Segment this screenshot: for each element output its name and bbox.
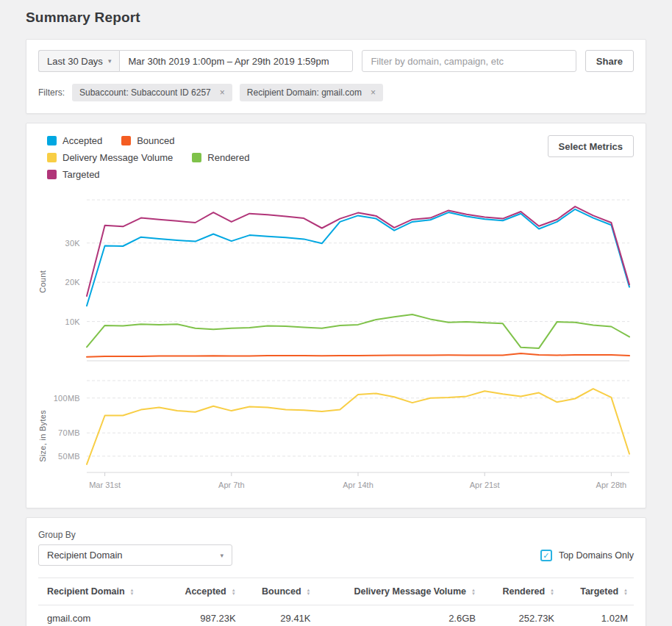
date-preset-label: Last 30 Days [47,56,103,67]
group-by-table-panel: Group By Recipient Domain ▾ ✓ Top Domain… [26,517,646,626]
top-domains-only-label: Top Domains Only [559,550,634,561]
legend-item-delivery-message-volume: Delivery Message Volume [47,152,173,163]
legend-swatch-icon [47,153,57,162]
summary-report-page: Summary Report Last 30 Days ▾ Share Filt… [0,0,672,626]
legend-swatch-icon [192,153,201,162]
table-cell: 252.73K [482,605,560,626]
count-axis-label: Count [38,270,50,293]
column-header-targeted[interactable]: Targeted▲▼ [560,578,634,605]
select-metrics-button[interactable]: Select Metrics [548,135,634,157]
group-by-select[interactable]: Recipient Domain ▾ [38,544,232,566]
top-domains-only-toggle[interactable]: ✓ Top Domains Only [540,550,634,566]
table-cell: 2.6GB [317,605,482,626]
toolbar-panel: Last 30 Days ▾ Share Filters: Subaccount… [26,39,646,114]
size-axis-label: Size, in Bytes [38,410,50,462]
sort-icon[interactable]: ▲▼ [550,589,554,596]
sort-icon[interactable]: ▲▼ [232,589,236,596]
sort-icon[interactable]: ▲▼ [130,589,135,596]
date-range-picker: Last 30 Days ▾ [38,50,353,72]
date-range-input[interactable] [119,50,353,72]
filter-tag-label: Subaccount: Subaccount ID 6257 [79,87,211,98]
legend-swatch-icon [47,170,57,179]
column-header-recipient-domain[interactable]: Recipient Domain▲▼ [38,578,164,605]
legend-swatch-icon [121,136,131,145]
sort-icon[interactable]: ▲▼ [623,589,628,596]
remove-filter-icon[interactable]: × [220,87,225,98]
active-filters-row: Filters: Subaccount: Subaccount ID 6257 … [38,84,634,101]
table-cell: 29.41K [242,605,317,626]
svg-text:Apr 21st: Apr 21st [470,481,500,489]
domain-link[interactable]: gmail.com [38,605,164,626]
summary-table: Recipient Domain▲▼Accepted▲▼Bounced▲▼Del… [38,578,634,626]
legend-item-targeted: Targeted [47,169,100,180]
count-line-chart: 10K20K30K [50,195,634,368]
column-header-bounced[interactable]: Bounced▲▼ [242,578,317,605]
svg-text:30K: 30K [65,239,81,248]
legend-item-accepted: Accepted [47,135,102,146]
metrics-chart-panel: AcceptedBouncedDelivery Message VolumeRe… [26,123,646,508]
filter-tag-recipient-domain: Recipient Domain: gmail.com × [240,84,383,101]
column-header-accepted[interactable]: Accepted▲▼ [164,578,241,605]
svg-text:100MB: 100MB [54,394,80,403]
page-title: Summary Report [26,0,646,39]
legend-item-bounced: Bounced [121,135,174,146]
filters-label: Filters: [38,87,65,98]
legend-item-rendered: Rendered [192,152,249,163]
table-header-row: Recipient Domain▲▼Accepted▲▼Bounced▲▼Del… [38,578,634,605]
column-header-delivery-message-volume[interactable]: Delivery Message Volume▲▼ [317,578,482,605]
svg-text:Mar 31st: Mar 31st [89,481,121,489]
group-by-selected-value: Recipient Domain [47,550,123,561]
filter-tag-subaccount: Subaccount: Subaccount ID 6257 × [72,84,232,101]
date-preset-button[interactable]: Last 30 Days ▾ [38,50,119,72]
sort-icon[interactable]: ▲▼ [307,589,311,596]
checkbox-checked-icon[interactable]: ✓ [540,550,552,561]
share-button[interactable]: Share [585,50,634,72]
group-by-label: Group By [38,530,232,540]
svg-text:Apr 28th: Apr 28th [596,481,627,489]
count-chart: Count 10K20K30K [38,195,634,368]
legend-swatch-icon [47,136,57,145]
svg-text:50MB: 50MB [58,452,80,461]
sort-icon[interactable]: ▲▼ [471,589,476,596]
chevron-down-icon: ▾ [220,552,224,559]
table-cell: 987.23K [164,605,241,626]
column-header-rendered[interactable]: Rendered▲▼ [482,578,560,605]
size-line-chart: 50MB70MB100MBMar 31stApr 7thApr 14thApr … [50,375,634,496]
svg-text:Apr 14th: Apr 14th [343,481,373,489]
size-chart: Size, in Bytes 50MB70MB100MBMar 31stApr … [38,375,634,496]
svg-text:20K: 20K [65,278,81,287]
table-row: gmail.com987.23K29.41K2.6GB252.73K1.02M [38,605,634,626]
remove-filter-icon[interactable]: × [371,87,376,98]
svg-text:Apr 7th: Apr 7th [218,481,244,489]
filter-tag-label: Recipient Domain: gmail.com [247,87,362,98]
table-cell: 1.02M [560,605,634,626]
chart-legend: AcceptedBouncedDelivery Message VolumeRe… [38,135,325,186]
svg-text:10K: 10K [65,317,81,326]
chevron-down-icon: ▾ [108,57,112,65]
svg-text:70MB: 70MB [58,428,80,437]
filter-search-input[interactable] [362,50,576,72]
